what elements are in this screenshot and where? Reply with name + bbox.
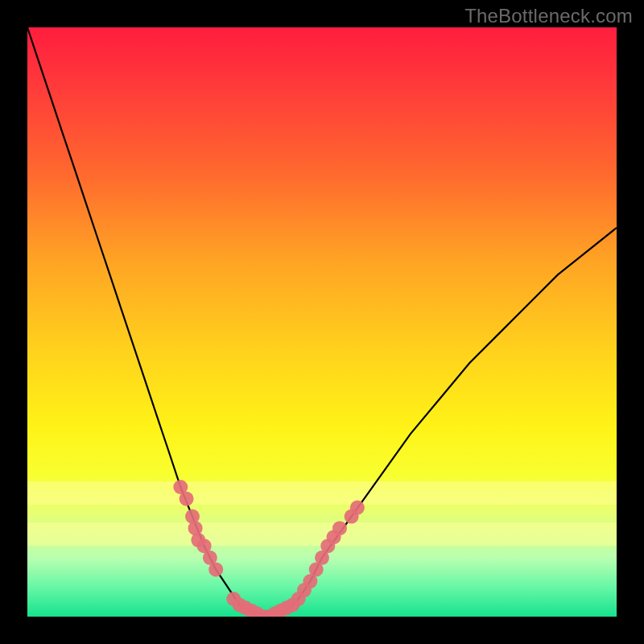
plot-area [27,27,617,617]
chart-frame: TheBottleneck.com [0,0,644,644]
watermark-text: TheBottleneck.com [464,5,633,27]
chart-canvas [27,27,617,617]
data-marker [208,562,223,576]
data-marker [350,501,365,515]
bottleneck-curve [27,27,617,617]
data-marker [332,521,347,535]
data-marker [180,492,194,506]
data-marker [279,601,294,615]
